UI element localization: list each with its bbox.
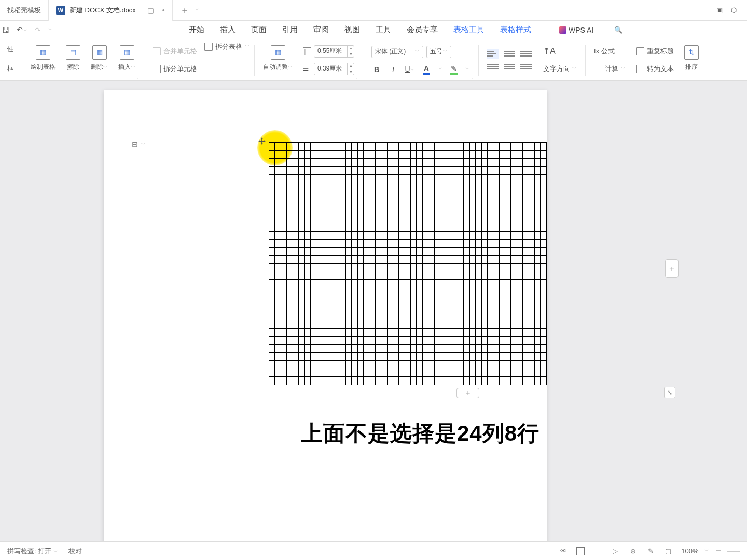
chevron-down-icon: ﹀: [443, 48, 448, 55]
height-icon: ‖: [303, 47, 311, 55]
align-top-left[interactable]: [487, 49, 499, 59]
eye-icon[interactable]: 👁: [559, 547, 568, 556]
bold-button[interactable]: B: [371, 65, 382, 74]
autofit-button[interactable]: ▦ 自动调整﹀: [258, 42, 298, 78]
properties-group[interactable]: 性 框: [2, 42, 19, 78]
zoom-slider[interactable]: [727, 551, 740, 552]
apps-icon[interactable]: ⬡: [731, 6, 737, 14]
repeat-header-icon: [636, 47, 644, 55]
width-icon: ═: [303, 65, 311, 73]
search-icon[interactable]: 🔍: [614, 26, 622, 34]
tab-document[interactable]: W 新建 DOCX 文档.docx ▢ •: [49, 0, 173, 21]
menu-start[interactable]: 开始: [189, 25, 204, 35]
to-text-icon: [636, 65, 644, 73]
sort-button[interactable]: ⇅ 排序: [679, 42, 704, 78]
calc-icon: [594, 65, 602, 73]
split-table-label: 拆分表格: [215, 42, 242, 51]
width-down-icon[interactable]: ▼: [347, 69, 354, 75]
merge-split-group: 合并单元格 拆分单元格 拆分表格﹀: [147, 42, 202, 78]
font-color-chevron-icon[interactable]: ﹀: [438, 66, 442, 73]
text-direction-button[interactable]: 文字方向﹀: [543, 64, 577, 74]
change-direction-button[interactable]: ⤒A: [543, 46, 556, 56]
formula-label: fx 公式: [594, 47, 615, 56]
tab-close-icon[interactable]: •: [162, 6, 165, 15]
add-tab-icon[interactable]: ＋: [180, 4, 189, 17]
tab-templates[interactable]: 找稻壳模板: [0, 0, 49, 21]
add-row-button[interactable]: ＋: [457, 388, 479, 398]
outline-view-icon[interactable]: ≣: [593, 547, 602, 556]
formula-button[interactable]: fx 公式: [594, 47, 615, 56]
spellcheck-status[interactable]: 拼写检查: 打开 ﹀: [7, 547, 58, 556]
font-color-button[interactable]: A: [421, 64, 432, 75]
underline-button[interactable]: U﹀: [405, 65, 415, 74]
draw-table-label: 绘制表格: [31, 63, 56, 72]
redo-icon[interactable]: ↷: [35, 26, 41, 34]
menu-tools[interactable]: 工具: [376, 25, 391, 35]
calc-button[interactable]: 计算﹀: [594, 64, 626, 74]
align-top-right[interactable]: [520, 49, 532, 59]
height-up-icon[interactable]: ▲: [347, 45, 354, 51]
menu-table-style[interactable]: 表格样式: [500, 25, 531, 35]
to-text-button[interactable]: 转为文本: [636, 64, 674, 74]
menu-view[interactable]: 视图: [344, 25, 360, 35]
split-table-button[interactable]: 拆分表格﹀: [204, 42, 250, 51]
document-table[interactable]: [269, 142, 547, 385]
expander-icon[interactable]: ⌐: [137, 76, 140, 80]
qat-left: 🖫 ↶﹀ ↷ ﹀: [2, 25, 53, 34]
font-size-select[interactable]: 五号﹀: [426, 46, 451, 58]
web-view-icon[interactable]: ⊕: [628, 547, 638, 556]
merge-cells-label: 合并单元格: [163, 47, 197, 56]
font-color-indicator: [423, 73, 430, 75]
fit-view-icon[interactable]: ▢: [663, 547, 673, 556]
menu-insert[interactable]: 插入: [220, 25, 236, 35]
to-text-label: 转为文本: [647, 64, 674, 74]
reading-view-icon[interactable]: ▷: [611, 547, 620, 556]
table-resize-handle[interactable]: ⤡: [664, 387, 675, 398]
zoom-value[interactable]: 100%: [681, 547, 698, 555]
highlight-chevron-icon[interactable]: ﹀: [465, 66, 470, 73]
italic-button[interactable]: I: [388, 65, 398, 74]
table-move-handle[interactable]: [257, 136, 267, 146]
page-view-icon[interactable]: [576, 547, 585, 555]
tab-readonly-icon[interactable]: ▢: [147, 6, 154, 15]
draw-table-button[interactable]: ▦ 绘制表格: [25, 42, 61, 78]
properties-label: 性: [7, 45, 13, 54]
menu-member[interactable]: 会员专享: [407, 25, 438, 35]
zoom-out-button[interactable]: −: [715, 545, 721, 556]
repeat-header-button[interactable]: 重复标题: [636, 47, 674, 56]
expander-icon[interactable]: ⌐: [472, 76, 474, 80]
wps-ai-button[interactable]: WPS AI: [559, 26, 593, 34]
separator: [363, 45, 363, 76]
insert-button[interactable]: ▦ 插入﹀ ⌐: [113, 42, 141, 78]
menu-review[interactable]: 审阅: [313, 25, 329, 35]
menu-page[interactable]: 页面: [251, 25, 267, 35]
undo-icon[interactable]: ↶﹀: [17, 25, 27, 34]
align-top-center[interactable]: [504, 49, 515, 59]
add-column-button[interactable]: ＋: [665, 259, 679, 278]
zoom-chevron-icon[interactable]: ﹀: [704, 548, 709, 554]
font-name-select[interactable]: 宋体 (正文)﹀: [371, 46, 423, 58]
menu-table-tools[interactable]: 表格工具: [453, 25, 485, 35]
panel-icon[interactable]: ▣: [716, 6, 723, 14]
erase-button[interactable]: ▤ 擦除: [61, 42, 86, 78]
add-tab-chevron-icon[interactable]: ﹀: [195, 7, 199, 13]
qat-more-icon[interactable]: ﹀: [48, 26, 53, 33]
save-icon[interactable]: 🖫: [2, 26, 9, 34]
menu-reference[interactable]: 引用: [282, 25, 298, 35]
align-mid-right[interactable]: [520, 62, 532, 71]
highlight-color-button[interactable]: ✎: [449, 64, 459, 75]
expander-icon[interactable]: ⌐: [356, 76, 358, 80]
width-up-icon[interactable]: ▲: [347, 63, 354, 69]
text-cursor: [276, 143, 276, 157]
height-down-icon[interactable]: ▼: [347, 51, 354, 58]
split-cells-button[interactable]: 拆分单元格: [153, 64, 197, 74]
edit-mode-icon[interactable]: ✎: [646, 547, 655, 556]
proofread-status[interactable]: 校对: [68, 547, 82, 556]
data-group: fx 公式 计算﹀: [589, 42, 631, 78]
table-options-handle[interactable]: ⊟﹀: [132, 140, 146, 148]
font-group: 宋体 (正文)﹀ 五号﹀ B I U﹀ A ﹀ ✎ ﹀ ⌐: [366, 42, 475, 78]
align-mid-center[interactable]: [504, 62, 515, 71]
align-mid-left[interactable]: [487, 62, 499, 71]
delete-button[interactable]: ▦ 删除﹀: [86, 42, 113, 78]
document-page[interactable]: ＋ ＋ ⤡ 上面不是选择是24列8行: [104, 90, 547, 547]
